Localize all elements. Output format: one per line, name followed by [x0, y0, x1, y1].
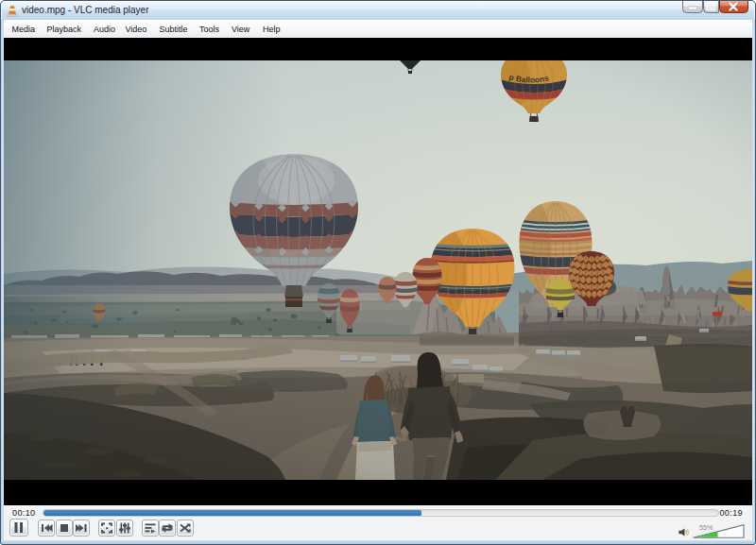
- svg-text:55%: 55%: [699, 523, 713, 532]
